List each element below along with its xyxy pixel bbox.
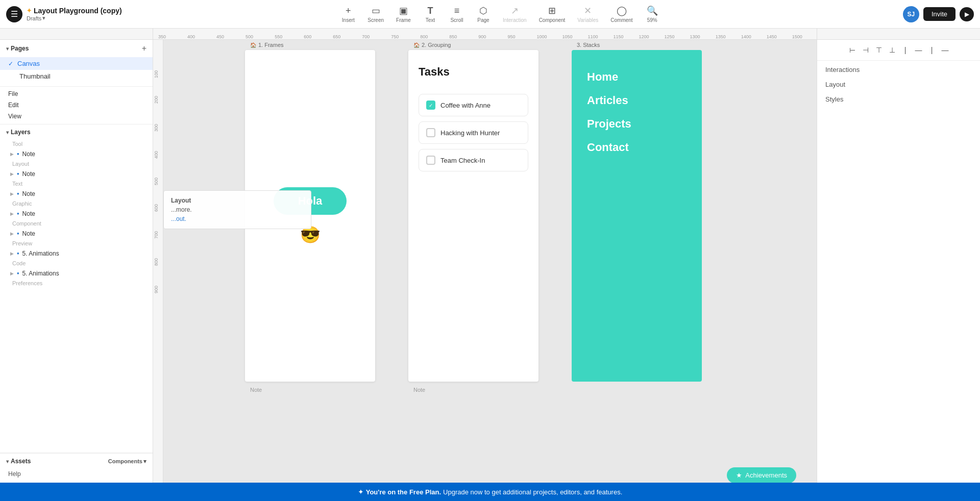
bottom-star: ✦	[358, 488, 364, 496]
align-bottom[interactable]: —	[913, 44, 925, 56]
frame-tool[interactable]: ▣ Frame	[391, 3, 416, 25]
page-tool[interactable]: ⬡ Page	[471, 3, 496, 25]
layer-sub-layout: Layout	[0, 160, 153, 168]
layers-label: Layers	[11, 129, 31, 136]
task-check-3	[426, 156, 435, 165]
align-right[interactable]: ⊤	[873, 44, 885, 56]
align-top[interactable]: ⊥	[886, 44, 898, 56]
variables-icon: ✕	[584, 5, 592, 16]
vertical-ruler: 100 200 300 400 500 600 700 800 900	[153, 40, 163, 501]
upgrade-text: Upgrade now to get additional projects, …	[443, 488, 622, 496]
interaction-tool[interactable]: ↗ Interaction	[498, 3, 532, 25]
comment-icon: ◯	[617, 5, 627, 16]
project-title: ✦ Layout Playground (copy) Drafts ▾	[27, 7, 122, 21]
insert-tool[interactable]: + Insert	[336, 4, 360, 25]
components-dropdown[interactable]: Components ▾	[108, 458, 146, 465]
invite-button[interactable]: Invite	[923, 7, 955, 21]
align-center-h[interactable]: ⊣	[860, 44, 872, 56]
expand-icon-6: ▶	[10, 251, 14, 256]
layer-note-3[interactable]: ▶ ▪ Note	[0, 188, 153, 199]
nav-home: Home	[587, 70, 687, 84]
layer-note-4[interactable]: ▶ ▪ Note	[0, 208, 153, 219]
page-item-thumbnail[interactable]: Thumbnail	[0, 70, 153, 83]
nav-articles: Articles	[587, 94, 687, 107]
layout-label[interactable]: Layout	[817, 76, 980, 90]
assets-chevron: ▾	[6, 459, 9, 464]
drafts-label[interactable]: Drafts ▾	[27, 15, 122, 21]
layer-note-5[interactable]: ▶ ▪ Note	[0, 228, 153, 239]
nav-contact: Contact	[587, 141, 687, 154]
layers-section: ▾ Layers Tool ▶ ▪ Note Layout ▶ ▪ Note T…	[0, 124, 153, 453]
menu-icon: ☰	[11, 9, 18, 19]
component-tool[interactable]: ⊞ Component	[534, 3, 571, 25]
pages-header[interactable]: ▾ Pages +	[0, 40, 153, 57]
variables-tool[interactable]: ✕ Variables	[572, 3, 603, 25]
menu-button[interactable]: ☰	[6, 6, 22, 22]
achievements-button[interactable]: ★ Achievements	[727, 467, 796, 483]
distribute-h[interactable]: |	[926, 44, 938, 56]
align-row: ⊢ ⊣ ⊤ ⊥ | — | —	[817, 40, 980, 61]
interactions-label[interactable]: Interactions	[817, 61, 980, 76]
play-button[interactable]: ▶	[960, 7, 974, 21]
scroll-tool[interactable]: ≡ Scroll	[445, 4, 469, 25]
pages-section: ▾ Pages + ✓ Canvas Thumbnail File Edit V…	[0, 40, 153, 124]
page-item-canvas[interactable]: ✓ Canvas	[0, 57, 153, 70]
layer-name-1: Note	[22, 151, 146, 158]
layer-name-2: Note	[22, 170, 146, 178]
frame2: Tasks ✓ Coffee with Anne Hacking with Hu…	[408, 50, 538, 382]
page-icon: ⬡	[479, 5, 487, 16]
add-page-button[interactable]: +	[142, 44, 146, 53]
ctx-edit[interactable]: Edit	[0, 99, 153, 111]
frame3: Home Articles Projects Contact	[572, 50, 702, 382]
left-sidebar: ▾ Pages + ✓ Canvas Thumbnail File Edit V…	[0, 40, 153, 501]
zoom-icon: 🔍	[647, 5, 658, 16]
expand-icon-4: ▶	[10, 211, 14, 216]
align-center-v[interactable]: |	[899, 44, 912, 56]
layer-anim-1[interactable]: ▶ ▪ 5. Animations	[0, 247, 153, 259]
frame2-label: 🏠 2. Grouping	[413, 42, 451, 48]
layer-sub-tool: Tool	[0, 140, 153, 148]
frame2-inner: Tasks ✓ Coffee with Anne Hacking with Hu…	[408, 50, 538, 192]
layer-sub-graphic: Graphic	[0, 199, 153, 208]
ctx-view[interactable]: View	[0, 111, 153, 122]
layers-header[interactable]: ▾ Layers	[0, 124, 153, 140]
topbar: ☰ ✦ Layout Playground (copy) Drafts ▾ + …	[0, 0, 980, 29]
expand-icon-5: ▶	[10, 231, 14, 236]
styles-label[interactable]: Styles	[817, 90, 980, 105]
help-row[interactable]: Help	[0, 469, 153, 479]
frame1-label: 🏠 1. Frames	[250, 42, 284, 48]
align-left[interactable]: ⊢	[846, 44, 859, 56]
distribute-v[interactable]: —	[939, 44, 951, 56]
layer-icon-3: ▪	[17, 190, 19, 197]
frame1-bottom-label: Note	[250, 387, 262, 393]
component-icon: ⊞	[548, 5, 556, 16]
topbar-center: + Insert ▭ Screen ▣ Frame T Text ≡ Scrol…	[174, 3, 827, 25]
layer-icon-2: ▪	[17, 170, 19, 178]
screen-tool[interactable]: ▭ Screen	[362, 3, 389, 25]
zoom-tool[interactable]: 🔍 59%	[640, 3, 665, 25]
context-section: File Edit View	[0, 83, 153, 124]
avatar-button[interactable]: SJ	[903, 6, 919, 22]
canvas-area[interactable]: 100 200 300 400 500 600 700 800 900 🏠 1.…	[153, 40, 817, 501]
comment-tool[interactable]: ◯ Comment	[605, 3, 638, 25]
frame3-inner: Home Articles Projects Contact	[572, 50, 702, 185]
tasks-title: Tasks	[419, 65, 528, 79]
ctx-file[interactable]: File	[0, 88, 153, 99]
task-item-1: ✓ Coffee with Anne	[419, 94, 528, 116]
task-item-2: Hacking with Hunter	[419, 121, 528, 144]
expand-icon-1: ▶	[10, 152, 14, 157]
layer-icon-6: ▪	[17, 249, 19, 257]
text-tool[interactable]: T Text	[418, 4, 443, 25]
insert-icon: +	[346, 6, 351, 16]
pages-chevron: ▾	[6, 46, 9, 52]
frame3-label: 3. Stacks	[577, 42, 600, 48]
layer-note-2[interactable]: ▶ ▪ Note	[0, 168, 153, 180]
layer-anim-2[interactable]: ▶ ▪ 5. Animations	[0, 267, 153, 279]
assets-header[interactable]: ▾ Assets Components ▾	[0, 454, 153, 469]
task-check-1: ✓	[426, 101, 435, 110]
expand-icon-3: ▶	[10, 191, 14, 196]
free-plan-text: You're on the Free Plan.	[366, 488, 441, 496]
right-sidebar: ⊢ ⊣ ⊤ ⊥ | — | — Interactions Layout Styl…	[817, 40, 980, 501]
layer-icon-4: ▪	[17, 210, 19, 217]
layer-note-1[interactable]: ▶ ▪ Note	[0, 148, 153, 160]
